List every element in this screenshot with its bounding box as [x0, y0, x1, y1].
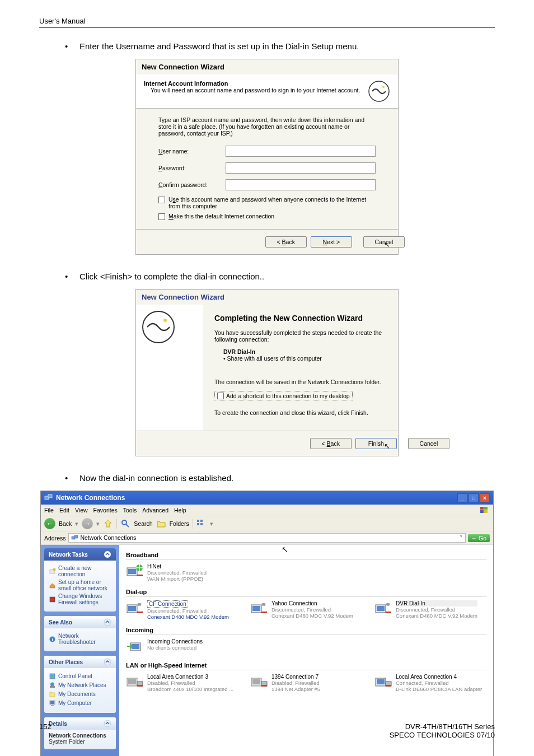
username-input[interactable] [226, 146, 376, 157]
check1-row[interactable]: Use this account name and password when … [158, 196, 376, 209]
check2-row[interactable]: Make this the default Internet connectio… [158, 213, 376, 220]
panel-other-places: Other Places Control Panel My Network Pl… [44, 656, 116, 713]
sidebar-create-connection[interactable]: Create a new connection [49, 565, 111, 577]
confirm-input[interactable] [226, 179, 376, 190]
menu-file[interactable]: File [44, 507, 54, 514]
menu-advanced[interactable]: Advanced [142, 507, 168, 514]
conn-device: Broadcom 440x 10/100 Integrated ... [147, 686, 233, 692]
menu-view[interactable]: View [75, 507, 88, 514]
checkbox-1[interactable] [158, 197, 165, 203]
menu-edit[interactable]: Edit [59, 507, 69, 514]
wizard2-conn-info: DVR Dial-In • Share with all users of th… [214, 348, 387, 362]
conn-cf[interactable]: CF Connection Disconnected, Firewalled C… [126, 600, 238, 620]
next-button[interactable]: Next > [311, 236, 352, 248]
wizard1-header-title: Internet Account Information [144, 80, 368, 87]
minimize-button[interactable]: _ [457, 493, 467, 502]
sidebar-setup-network[interactable]: Set up a home or small office network [49, 579, 111, 591]
forward-dropdown-icon[interactable]: ▾ [96, 520, 100, 527]
panel-head-other-places[interactable]: Other Places [44, 656, 116, 668]
conn-status: Disabled, Firewalled [271, 680, 320, 686]
instruction-1-text: Enter the Username and Password that is … [79, 41, 359, 51]
troubleshooter-icon: i [49, 636, 56, 643]
conn-status: Connected, Firewalled [396, 680, 482, 686]
search-label[interactable]: Search [134, 520, 152, 527]
instruction-2: •Click <Finish> to complete the dial-in … [65, 272, 495, 281]
panel-network-tasks: Network Tasks Create a new connection Se… [44, 548, 116, 612]
conn-lac4[interactable]: Local Area Connection 4 Connected, Firew… [374, 674, 486, 692]
menu-favorites[interactable]: Favorites [93, 507, 118, 514]
checkbox-2[interactable] [158, 213, 165, 220]
conn-lac3[interactable]: Local Area Connection 3 Disabled, Firewa… [126, 674, 238, 692]
forward-nav-button[interactable]: → [82, 518, 93, 529]
nc-titlebar: Network Connections _ □ × [41, 491, 493, 505]
svg-point-27 [104, 659, 111, 665]
sidebar-control-panel[interactable]: Control Panel [49, 673, 111, 680]
conn-incoming[interactable]: Incoming Connections No clients connecte… [126, 638, 238, 655]
new-connection-wizard-1: New Connection Wizard Internet Account I… [135, 59, 399, 255]
wizard1-titlebar: New Connection Wizard [136, 59, 398, 74]
collapse-icon[interactable] [104, 618, 111, 626]
menu-tools[interactable]: Tools [123, 507, 137, 514]
svg-rect-64 [386, 685, 391, 687]
svg-rect-49 [377, 606, 385, 611]
close-button[interactable]: × [480, 493, 490, 502]
conn-hinet[interactable]: HiNet Disconnected, Firewalled WAN Minip… [126, 563, 238, 582]
views-dropdown-icon[interactable]: ▾ [210, 520, 213, 527]
sidebar-network-places[interactable]: My Network Places [49, 682, 111, 689]
address-dropdown-icon[interactable]: ˅ [460, 535, 463, 542]
desktop-shortcut-checkbox[interactable]: Add a shortcut to this connection to my … [214, 391, 353, 400]
conn-name: Yahoo Connection [271, 600, 353, 606]
collapse-icon[interactable] [104, 550, 111, 558]
views-icon[interactable] [196, 519, 207, 529]
conn-name: Incoming Connections [147, 638, 203, 645]
address-input[interactable]: Network Connections ˅ [68, 533, 466, 543]
svg-rect-33 [50, 701, 54, 704]
check1-label: Use this account name and password when … [168, 196, 376, 209]
new-connection-wizard-2: New Connection Wizard Completing the New… [135, 289, 399, 456]
svg-rect-31 [50, 686, 55, 688]
panel-head-network-tasks[interactable]: Network Tasks [44, 548, 116, 561]
up-icon[interactable] [103, 519, 113, 529]
svg-point-30 [50, 683, 54, 687]
conn-yahoo[interactable]: Yahoo Connection Disconnected, Firewalle… [250, 600, 362, 620]
footer-series: DVR-4TH/8TH/16TH Series [390, 722, 495, 731]
nc-menubar: File Edit View Favorites Tools Advanced … [41, 505, 493, 516]
conn-1394[interactable]: 1394 Connection 7 Disabled, Firewalled 1… [250, 674, 362, 692]
svg-rect-8 [480, 510, 484, 513]
sidebar-troubleshooter[interactable]: iNetwork Troubleshooter [49, 633, 111, 645]
back-nav-button[interactable]: ← [44, 518, 55, 529]
details-type: System Folder [49, 739, 111, 745]
conn-status: Disconnected, Firewalled [147, 570, 207, 576]
maximize-button[interactable]: □ [469, 493, 479, 502]
menu-help[interactable]: Help [174, 507, 186, 514]
sidebar-firewall[interactable]: Change Windows Firewall settings [49, 593, 111, 605]
collapse-icon[interactable] [104, 658, 111, 666]
svg-point-3 [163, 319, 167, 322]
finish-button[interactable]: Finish [355, 438, 397, 449]
windows-flag-icon [479, 506, 490, 515]
go-button[interactable]: → Go [468, 534, 490, 542]
bullet-icon: • [65, 272, 79, 281]
svg-rect-13 [200, 520, 203, 522]
back-dropdown-icon[interactable]: ▾ [75, 520, 78, 527]
folders-label[interactable]: Folders [170, 520, 189, 527]
footer-right: DVR-4TH/8TH/16TH Series SPECO TECHNOLOGI… [390, 722, 495, 739]
page-header: User's Manual [39, 17, 495, 28]
dialup-connection-icon [250, 600, 268, 617]
back-button[interactable]: < Back [310, 438, 352, 449]
password-input[interactable] [226, 162, 376, 174]
conn-dvr-dialin[interactable]: DVR Dial-In Disconnected, Firewalled Con… [374, 600, 486, 620]
lan-connection-icon [126, 674, 144, 690]
panel-head-see-also[interactable]: See Also [44, 616, 116, 628]
folders-icon[interactable] [156, 519, 166, 529]
back-button[interactable]: < Back [265, 236, 307, 248]
sidebar-my-documents[interactable]: My Documents [49, 690, 111, 698]
nc-toolbar: ← Back ▾ → ▾ Search Folders ▾ [41, 516, 493, 531]
svg-point-1 [382, 86, 385, 88]
checkbox-icon[interactable] [217, 393, 224, 399]
sidebar-my-computer[interactable]: My Computer [49, 699, 111, 707]
network-icon [71, 535, 79, 542]
search-icon[interactable] [120, 519, 130, 529]
cancel-button[interactable]: Cancel [408, 438, 449, 449]
back-label[interactable]: Back [59, 520, 72, 527]
